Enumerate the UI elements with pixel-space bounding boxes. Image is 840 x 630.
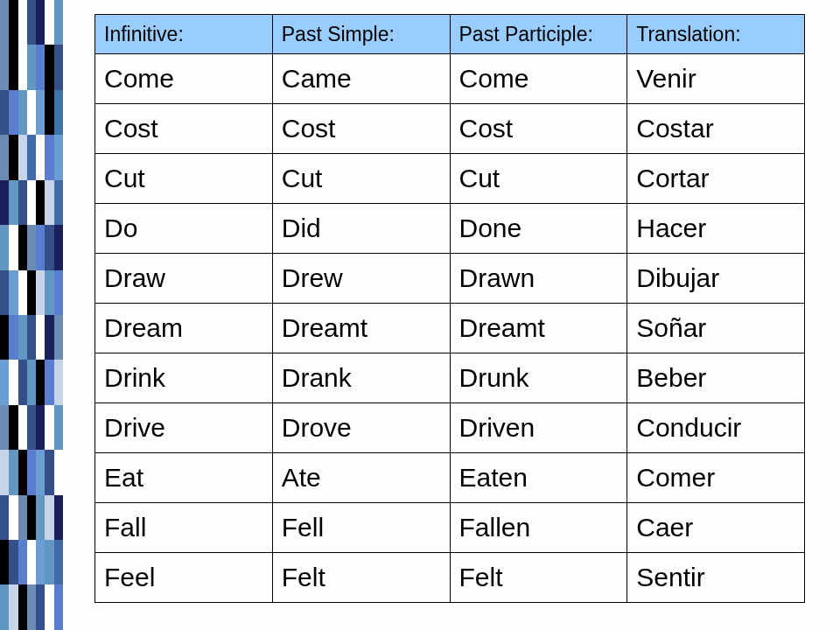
- cell-infinitive: Drink: [95, 354, 273, 403]
- cell-past_simple: Drove: [272, 403, 450, 453]
- irregular-verbs-table: Infinitive: Past Simple: Past Participle…: [94, 14, 805, 603]
- cell-past_simple: Fell: [272, 503, 450, 553]
- cell-translation: beber: [627, 354, 805, 403]
- cell-past_simple: Did: [272, 204, 450, 254]
- cell-infinitive: Dream: [95, 304, 273, 354]
- cell-infinitive: Eat: [95, 453, 273, 503]
- cell-past_participle: Done: [450, 204, 627, 254]
- cell-infinitive: Feel: [95, 553, 273, 603]
- cell-infinitive: Drive: [95, 403, 273, 453]
- cell-infinitive: Come: [95, 54, 273, 104]
- cell-past_simple: Cost: [272, 104, 450, 154]
- cell-translation: cortar: [627, 154, 805, 204]
- table-header-row: Infinitive: Past Simple: Past Participle…: [95, 15, 805, 54]
- cell-translation: soñar: [627, 304, 805, 354]
- table-body: ComeCameComevenirCostCostCostcostarCutCu…: [95, 54, 805, 603]
- cell-past_simple: Ate: [272, 453, 450, 503]
- cell-past_participle: Driven: [450, 403, 627, 453]
- cell-infinitive: Cut: [95, 154, 273, 204]
- cell-infinitive: Draw: [95, 254, 273, 304]
- cell-past_participle: Felt: [450, 553, 627, 603]
- cell-past_simple: Drew: [272, 254, 450, 304]
- cell-past_participle: Cost: [450, 104, 627, 154]
- table-row: DriveDroveDrivenconducir: [95, 403, 805, 453]
- cell-past_simple: Drank: [272, 354, 450, 403]
- table-row: DrinkDrankDrunkbeber: [95, 354, 805, 403]
- cell-translation: comer: [627, 453, 805, 503]
- header-past-participle: Past Participle:: [450, 15, 627, 54]
- cell-past_participle: Drunk: [450, 354, 627, 403]
- cell-past_participle: Cut: [450, 154, 627, 204]
- cell-past_simple: Felt: [272, 553, 450, 603]
- table-row: DoDidDonehacer: [95, 204, 805, 254]
- cell-past_simple: Dreamt: [272, 304, 450, 354]
- header-infinitive: Infinitive:: [95, 15, 273, 54]
- table-row: FeelFeltFeltsentir: [95, 553, 805, 603]
- cell-past_participle: Fallen: [450, 503, 627, 553]
- header-past-simple: Past Simple:: [272, 15, 450, 54]
- slide: Infinitive: Past Simple: Past Participle…: [0, 0, 840, 630]
- cell-translation: venir: [627, 54, 805, 104]
- cell-translation: conducir: [627, 403, 805, 453]
- cell-past_participle: Dreamt: [450, 304, 627, 354]
- header-translation: Translation:: [627, 15, 805, 54]
- decorative-stripes: [0, 0, 63, 630]
- cell-past_participle: Come: [450, 54, 627, 104]
- cell-translation: sentir: [627, 553, 805, 603]
- table-row: EatAteEatencomer: [95, 453, 805, 503]
- table-row: ComeCameComevenir: [95, 54, 805, 104]
- table-row: DreamDreamtDreamtsoñar: [95, 304, 805, 354]
- cell-translation: caer: [627, 503, 805, 553]
- cell-infinitive: Cost: [95, 104, 273, 154]
- table-row: FallFellFallencaer: [95, 503, 805, 553]
- table-row: CutCutCutcortar: [95, 154, 805, 204]
- cell-translation: dibujar: [627, 254, 805, 304]
- cell-past_participle: Drawn: [450, 254, 627, 304]
- cell-infinitive: Fall: [95, 503, 273, 553]
- cell-past_simple: Cut: [272, 154, 450, 204]
- cell-past_simple: Came: [272, 54, 450, 104]
- cell-infinitive: Do: [95, 204, 273, 254]
- cell-past_participle: Eaten: [450, 453, 627, 503]
- verb-table-container: Infinitive: Past Simple: Past Participle…: [94, 14, 805, 603]
- table-row: CostCostCostcostar: [95, 104, 805, 154]
- cell-translation: hacer: [627, 204, 805, 254]
- cell-translation: costar: [627, 104, 805, 154]
- table-row: DrawDrewDrawndibujar: [95, 254, 805, 304]
